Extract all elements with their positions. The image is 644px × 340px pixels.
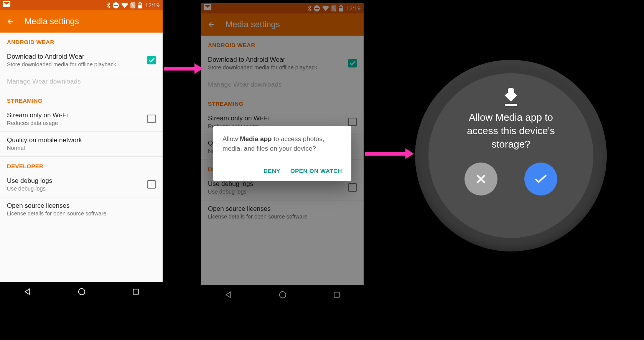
pref-subtitle: Store downloaded media for offline playb… [7,61,143,67]
pref-download-wear[interactable]: Download to Android Wear Store downloade… [0,48,163,73]
section-header-developer: DEVELOPER [0,157,163,172]
watch-bezel: Allow Media app to access this device's … [415,60,607,251]
gmail-notification-icon [3,1,10,7]
nav-bar [0,282,163,301]
dialog-message: Allow Media app to access photos, media,… [222,135,342,153]
close-icon [475,173,487,185]
watch-screenshot: Allow Media app to access this device's … [415,60,607,251]
download-icon [502,88,519,107]
svg-rect-2 [138,3,142,5]
check-icon [534,174,547,184]
svg-point-3 [79,288,85,295]
section-header-streaming: STREAMING [0,91,163,107]
pref-stream-wifi[interactable]: Stream only on Wi-Fi Reduces data usage [0,107,163,131]
permission-dialog: Allow Media app to access photos, media,… [213,126,351,181]
status-icons: 12:19 [107,2,160,8]
pref-title: Stream only on Wi-Fi [7,112,143,119]
svg-rect-10 [505,104,517,106]
pref-quality[interactable]: Quality on mobile network Normal [0,132,163,156]
watch-allow-button[interactable] [524,163,557,195]
battery-icon [138,2,142,8]
phone-screenshot-1: 12:19 Media settings ANDROID WEAR Downlo… [0,0,163,301]
watch-deny-button[interactable] [464,163,497,195]
flow-arrow-1 [164,63,203,74]
app-bar: Media settings [0,10,163,33]
pref-title: Quality on mobile network [7,136,156,144]
svg-rect-1 [114,5,118,6]
status-bar: 12:19 [0,0,163,10]
svg-rect-4 [133,289,138,294]
deny-button[interactable]: DENY [264,168,280,174]
pref-subtitle: Reduces data usage [7,120,143,126]
dnd-icon [113,2,119,8]
pref-manage-wear[interactable]: Manage Wear downloads [0,73,163,91]
phone-screenshot-2: 12:19 Media settings ANDROID WEAR Downlo… [201,3,364,304]
open-on-watch-button[interactable]: OPEN ON WATCH [290,168,342,174]
pref-subtitle: Normal [7,145,156,151]
checkbox-unchecked-icon[interactable] [147,180,156,189]
pref-licenses[interactable]: Open source licenses License details for… [0,197,163,222]
pref-title: Download to Android Wear [7,53,143,61]
pref-subtitle: License details for open source software [7,210,156,217]
watch-permission-text: Allow Media app to access this device's … [452,111,570,151]
pref-subtitle: Use debug logs [7,186,143,192]
checkbox-checked-icon[interactable] [147,56,156,64]
flow-arrow-2 [365,148,414,159]
checkbox-unchecked-icon[interactable] [147,115,156,123]
dialog-scrim[interactable]: Allow Media app to access photos, media,… [201,3,364,304]
bluetooth-icon [107,2,110,8]
settings-list: ANDROID WEAR Download to Android Wear St… [0,33,163,282]
pref-title: Manage Wear downloads [7,78,156,85]
pref-title: Use debug logs [7,177,143,185]
no-sim-icon [130,2,135,8]
status-clock: 12:19 [145,2,160,8]
section-header-wear: ANDROID WEAR [0,33,163,48]
back-icon[interactable] [6,17,15,26]
watch-face: Allow Media app to access this device's … [428,73,593,238]
nav-home-icon[interactable] [77,287,86,296]
pref-debug-logs[interactable]: Use debug logs Use debug logs [0,172,163,197]
nav-back-icon[interactable] [23,287,31,296]
page-title: Media settings [25,16,79,26]
wifi-icon [121,3,128,8]
pref-title: Open source licenses [7,202,156,210]
nav-recents-icon[interactable] [132,288,140,296]
